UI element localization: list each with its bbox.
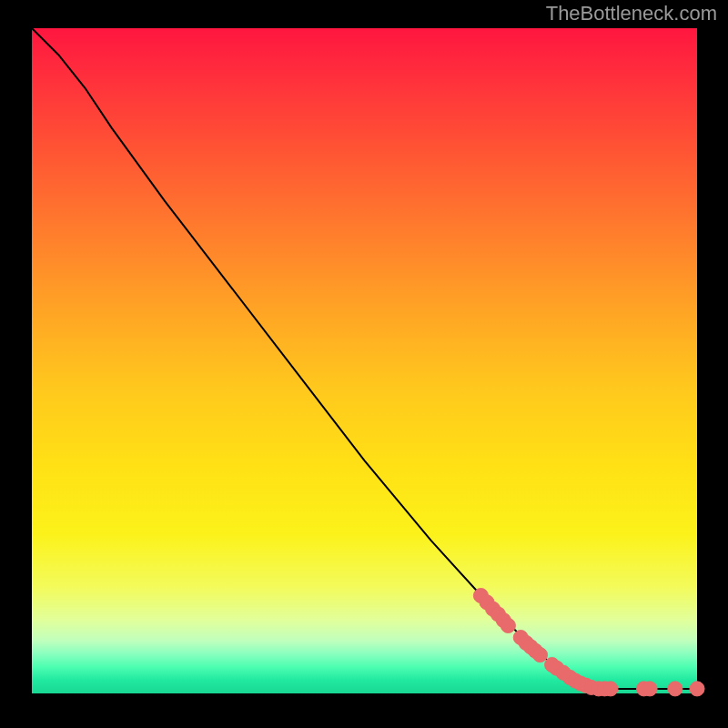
- scatter-points: [473, 589, 704, 696]
- curve-line: [32, 28, 697, 689]
- data-point: [532, 648, 547, 662]
- chart-container: TheBottleneck.com: [0, 0, 728, 728]
- data-point: [690, 682, 704, 696]
- data-point: [603, 682, 618, 696]
- attribution-label: TheBottleneck.com: [546, 2, 717, 25]
- data-point: [642, 682, 657, 696]
- data-point: [668, 682, 682, 696]
- plot-area: [32, 28, 697, 693]
- chart-overlay: [32, 28, 697, 693]
- data-point: [500, 618, 515, 632]
